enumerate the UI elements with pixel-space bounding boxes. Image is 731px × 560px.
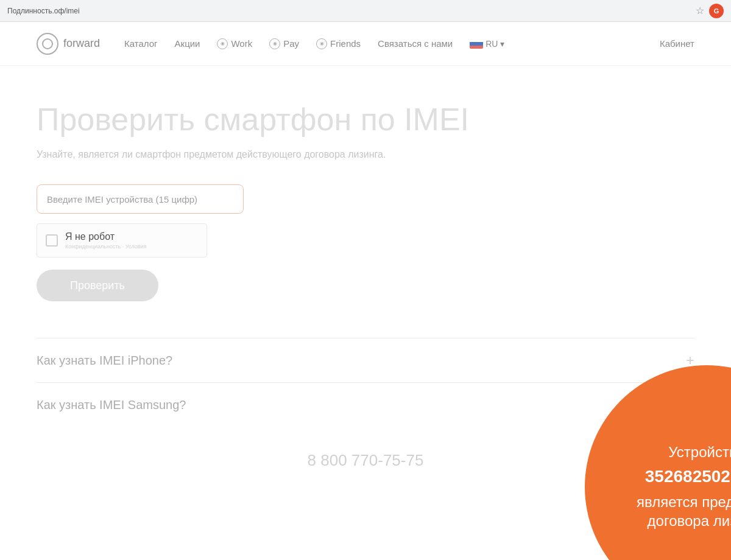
modal-overlay: × Устройство 3526825025113 является пред… — [0, 22, 731, 560]
modal-title: Устройство — [668, 444, 731, 461]
browser-url: Подлинность.оф/imei — [7, 7, 690, 15]
browser-actions: ☆ G — [696, 4, 724, 18]
modal-subtitle: является предметом договора лизинга — [609, 492, 731, 530]
result-modal: × Устройство 3526825025113 является пред… — [585, 365, 731, 560]
user-avatar[interactable]: G — [709, 4, 724, 18]
browser-bar: Подлинность.оф/imei ☆ G — [0, 0, 731, 22]
bookmark-icon[interactable]: ☆ — [696, 5, 704, 16]
modal-imei: 3526825025113 — [645, 467, 731, 486]
